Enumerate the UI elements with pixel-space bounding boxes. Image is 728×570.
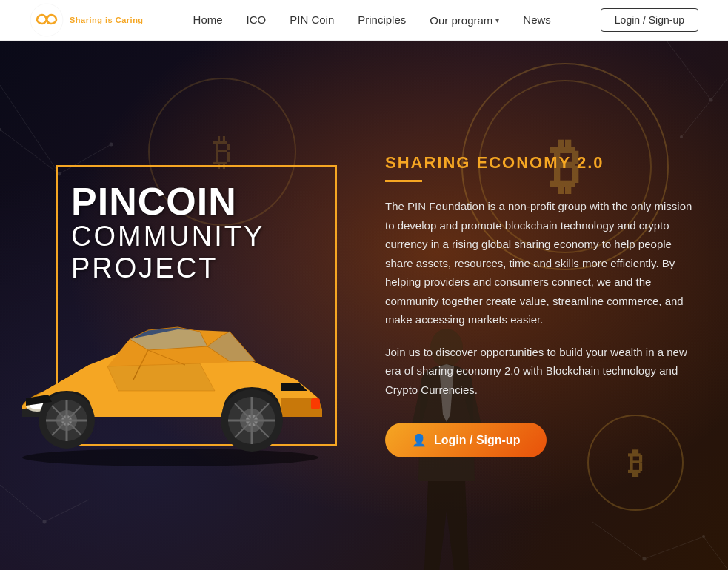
svg-line-8	[711, 78, 728, 100]
navbar: Sharing is Caring Home ICO PIN Coin Prin…	[0, 0, 728, 41]
svg-line-14	[704, 537, 728, 570]
nav-item-pincoin[interactable]: PIN Coin	[290, 13, 334, 27]
login-signup-button[interactable]: Login / Sign-up	[601, 8, 698, 32]
nav-links: Home ICO PIN Coin Principles Our program…	[193, 13, 551, 27]
hero-left: PINCOIN COMMUNITY PROJECT	[22, 165, 370, 446]
cta-login-button[interactable]: 👤 Login / Sign-up	[385, 423, 547, 457]
cta-icon: 👤	[412, 433, 427, 447]
logo: Sharing is Caring	[30, 3, 144, 37]
hero-join-text: Join us to discover opportunities to bui…	[385, 343, 698, 400]
logo-icon	[30, 3, 64, 37]
cta-label: Login / Sign-up	[434, 434, 520, 447]
title-underline	[385, 180, 422, 182]
hero-section: PINCOIN COMMUNITY PROJECT	[0, 41, 728, 570]
chevron-down-icon: ▾	[495, 16, 499, 24]
svg-line-12	[592, 522, 644, 559]
car-image	[0, 261, 341, 469]
svg-line-13	[644, 537, 704, 559]
logo-tagline: Sharing is Caring	[70, 16, 144, 24]
svg-line-17	[0, 485, 44, 522]
svg-point-21	[22, 449, 318, 466]
svg-point-11	[680, 135, 683, 138]
svg-point-15	[643, 557, 647, 561]
svg-point-16	[702, 535, 705, 538]
hero-description: The PIN Foundation is a non-profit group…	[385, 197, 698, 329]
svg-rect-26	[311, 398, 320, 409]
nav-item-home[interactable]: Home	[193, 13, 223, 27]
svg-point-5	[110, 143, 113, 147]
pincoin-title: PINCOIN	[71, 182, 264, 221]
svg-line-7	[667, 41, 711, 100]
nav-item-ico[interactable]: ICO	[247, 13, 267, 27]
svg-point-10	[709, 98, 713, 102]
svg-line-9	[681, 100, 711, 137]
nav-item-principles[interactable]: Principles	[358, 13, 406, 27]
hero-right: SHARING ECONOMY 2.0 The PIN Foundation i…	[370, 153, 728, 457]
community-title: COMMUNITY	[71, 221, 264, 253]
section-title: SHARING ECONOMY 2.0	[385, 153, 698, 172]
nav-item-news[interactable]: News	[523, 13, 551, 27]
svg-line-18	[44, 500, 89, 522]
svg-point-19	[43, 520, 47, 524]
nav-item-our-program[interactable]: Our program ▾	[430, 14, 499, 27]
hero-content: PINCOIN COMMUNITY PROJECT	[0, 153, 728, 457]
